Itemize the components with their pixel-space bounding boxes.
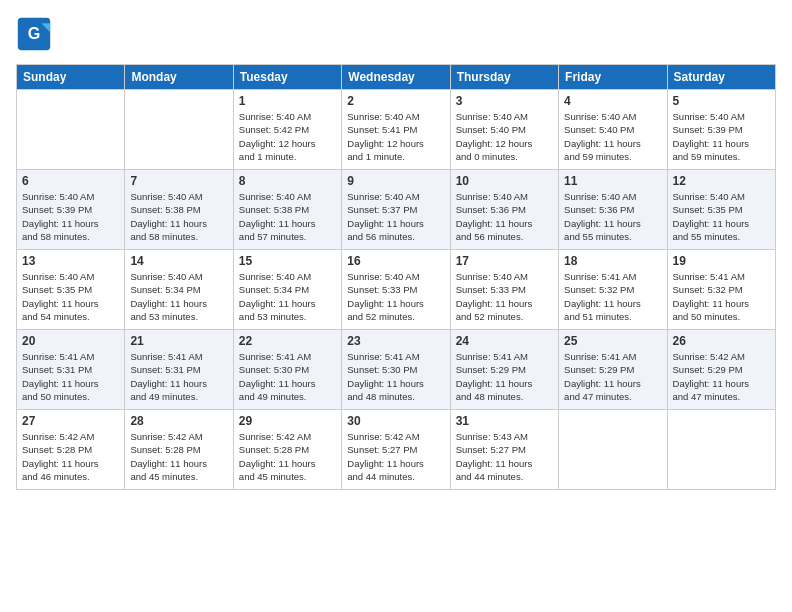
calendar-cell: 6Sunrise: 5:40 AMSunset: 5:39 PMDaylight… (17, 170, 125, 250)
day-content: Sunrise: 5:42 AMSunset: 5:29 PMDaylight:… (673, 350, 770, 403)
calendar-cell: 15Sunrise: 5:40 AMSunset: 5:34 PMDayligh… (233, 250, 341, 330)
day-content: Sunrise: 5:41 AMSunset: 5:30 PMDaylight:… (239, 350, 336, 403)
day-number: 3 (456, 94, 553, 108)
day-content: Sunrise: 5:42 AMSunset: 5:28 PMDaylight:… (239, 430, 336, 483)
day-content: Sunrise: 5:40 AMSunset: 5:34 PMDaylight:… (239, 270, 336, 323)
calendar-cell: 9Sunrise: 5:40 AMSunset: 5:37 PMDaylight… (342, 170, 450, 250)
calendar-table: SundayMondayTuesdayWednesdayThursdayFrid… (16, 64, 776, 490)
day-content: Sunrise: 5:41 AMSunset: 5:32 PMDaylight:… (564, 270, 661, 323)
day-number: 31 (456, 414, 553, 428)
day-number: 13 (22, 254, 119, 268)
day-content: Sunrise: 5:40 AMSunset: 5:38 PMDaylight:… (130, 190, 227, 243)
day-number: 9 (347, 174, 444, 188)
calendar-week-row: 1Sunrise: 5:40 AMSunset: 5:42 PMDaylight… (17, 90, 776, 170)
day-number: 24 (456, 334, 553, 348)
calendar-week-row: 6Sunrise: 5:40 AMSunset: 5:39 PMDaylight… (17, 170, 776, 250)
calendar-cell: 20Sunrise: 5:41 AMSunset: 5:31 PMDayligh… (17, 330, 125, 410)
day-number: 12 (673, 174, 770, 188)
day-number: 19 (673, 254, 770, 268)
day-content: Sunrise: 5:40 AMSunset: 5:37 PMDaylight:… (347, 190, 444, 243)
col-header-monday: Monday (125, 65, 233, 90)
day-number: 22 (239, 334, 336, 348)
calendar-cell: 11Sunrise: 5:40 AMSunset: 5:36 PMDayligh… (559, 170, 667, 250)
day-content: Sunrise: 5:40 AMSunset: 5:39 PMDaylight:… (673, 110, 770, 163)
day-number: 23 (347, 334, 444, 348)
calendar-week-row: 13Sunrise: 5:40 AMSunset: 5:35 PMDayligh… (17, 250, 776, 330)
calendar-cell: 21Sunrise: 5:41 AMSunset: 5:31 PMDayligh… (125, 330, 233, 410)
calendar-cell: 24Sunrise: 5:41 AMSunset: 5:29 PMDayligh… (450, 330, 558, 410)
day-number: 8 (239, 174, 336, 188)
calendar-cell: 31Sunrise: 5:43 AMSunset: 5:27 PMDayligh… (450, 410, 558, 490)
calendar-cell: 13Sunrise: 5:40 AMSunset: 5:35 PMDayligh… (17, 250, 125, 330)
day-content: Sunrise: 5:40 AMSunset: 5:35 PMDaylight:… (673, 190, 770, 243)
day-content: Sunrise: 5:41 AMSunset: 5:29 PMDaylight:… (456, 350, 553, 403)
calendar-cell: 27Sunrise: 5:42 AMSunset: 5:28 PMDayligh… (17, 410, 125, 490)
calendar-cell: 22Sunrise: 5:41 AMSunset: 5:30 PMDayligh… (233, 330, 341, 410)
logo: G (16, 16, 56, 52)
day-content: Sunrise: 5:40 AMSunset: 5:40 PMDaylight:… (564, 110, 661, 163)
day-number: 6 (22, 174, 119, 188)
calendar-cell: 1Sunrise: 5:40 AMSunset: 5:42 PMDaylight… (233, 90, 341, 170)
col-header-thursday: Thursday (450, 65, 558, 90)
calendar-cell: 5Sunrise: 5:40 AMSunset: 5:39 PMDaylight… (667, 90, 775, 170)
day-number: 7 (130, 174, 227, 188)
calendar-cell: 7Sunrise: 5:40 AMSunset: 5:38 PMDaylight… (125, 170, 233, 250)
day-content: Sunrise: 5:42 AMSunset: 5:27 PMDaylight:… (347, 430, 444, 483)
col-header-tuesday: Tuesday (233, 65, 341, 90)
day-number: 5 (673, 94, 770, 108)
page-header: G (16, 16, 776, 52)
svg-text:G: G (28, 24, 41, 42)
day-content: Sunrise: 5:40 AMSunset: 5:35 PMDaylight:… (22, 270, 119, 323)
calendar-cell: 28Sunrise: 5:42 AMSunset: 5:28 PMDayligh… (125, 410, 233, 490)
calendar-cell: 12Sunrise: 5:40 AMSunset: 5:35 PMDayligh… (667, 170, 775, 250)
day-content: Sunrise: 5:40 AMSunset: 5:41 PMDaylight:… (347, 110, 444, 163)
calendar-cell (17, 90, 125, 170)
day-number: 18 (564, 254, 661, 268)
day-number: 27 (22, 414, 119, 428)
day-number: 2 (347, 94, 444, 108)
day-content: Sunrise: 5:41 AMSunset: 5:29 PMDaylight:… (564, 350, 661, 403)
calendar-cell: 14Sunrise: 5:40 AMSunset: 5:34 PMDayligh… (125, 250, 233, 330)
calendar-cell: 8Sunrise: 5:40 AMSunset: 5:38 PMDaylight… (233, 170, 341, 250)
calendar-cell: 10Sunrise: 5:40 AMSunset: 5:36 PMDayligh… (450, 170, 558, 250)
day-content: Sunrise: 5:43 AMSunset: 5:27 PMDaylight:… (456, 430, 553, 483)
calendar-cell (667, 410, 775, 490)
day-number: 17 (456, 254, 553, 268)
calendar-cell: 29Sunrise: 5:42 AMSunset: 5:28 PMDayligh… (233, 410, 341, 490)
day-content: Sunrise: 5:40 AMSunset: 5:34 PMDaylight:… (130, 270, 227, 323)
calendar-cell: 25Sunrise: 5:41 AMSunset: 5:29 PMDayligh… (559, 330, 667, 410)
day-content: Sunrise: 5:40 AMSunset: 5:38 PMDaylight:… (239, 190, 336, 243)
day-number: 15 (239, 254, 336, 268)
day-number: 25 (564, 334, 661, 348)
calendar-cell (125, 90, 233, 170)
calendar-week-row: 27Sunrise: 5:42 AMSunset: 5:28 PMDayligh… (17, 410, 776, 490)
logo-icon: G (16, 16, 52, 52)
day-number: 30 (347, 414, 444, 428)
calendar-cell: 2Sunrise: 5:40 AMSunset: 5:41 PMDaylight… (342, 90, 450, 170)
day-content: Sunrise: 5:40 AMSunset: 5:42 PMDaylight:… (239, 110, 336, 163)
calendar-header-row: SundayMondayTuesdayWednesdayThursdayFrid… (17, 65, 776, 90)
day-number: 11 (564, 174, 661, 188)
day-content: Sunrise: 5:41 AMSunset: 5:31 PMDaylight:… (130, 350, 227, 403)
day-number: 21 (130, 334, 227, 348)
day-number: 4 (564, 94, 661, 108)
calendar-cell: 23Sunrise: 5:41 AMSunset: 5:30 PMDayligh… (342, 330, 450, 410)
day-content: Sunrise: 5:41 AMSunset: 5:31 PMDaylight:… (22, 350, 119, 403)
day-number: 26 (673, 334, 770, 348)
day-content: Sunrise: 5:42 AMSunset: 5:28 PMDaylight:… (130, 430, 227, 483)
day-number: 28 (130, 414, 227, 428)
calendar-cell: 4Sunrise: 5:40 AMSunset: 5:40 PMDaylight… (559, 90, 667, 170)
day-content: Sunrise: 5:40 AMSunset: 5:36 PMDaylight:… (456, 190, 553, 243)
col-header-wednesday: Wednesday (342, 65, 450, 90)
calendar-cell: 16Sunrise: 5:40 AMSunset: 5:33 PMDayligh… (342, 250, 450, 330)
col-header-saturday: Saturday (667, 65, 775, 90)
day-number: 20 (22, 334, 119, 348)
col-header-friday: Friday (559, 65, 667, 90)
calendar-cell: 26Sunrise: 5:42 AMSunset: 5:29 PMDayligh… (667, 330, 775, 410)
day-content: Sunrise: 5:40 AMSunset: 5:33 PMDaylight:… (456, 270, 553, 323)
calendar-cell (559, 410, 667, 490)
day-number: 10 (456, 174, 553, 188)
day-content: Sunrise: 5:40 AMSunset: 5:40 PMDaylight:… (456, 110, 553, 163)
day-content: Sunrise: 5:40 AMSunset: 5:36 PMDaylight:… (564, 190, 661, 243)
calendar-cell: 30Sunrise: 5:42 AMSunset: 5:27 PMDayligh… (342, 410, 450, 490)
